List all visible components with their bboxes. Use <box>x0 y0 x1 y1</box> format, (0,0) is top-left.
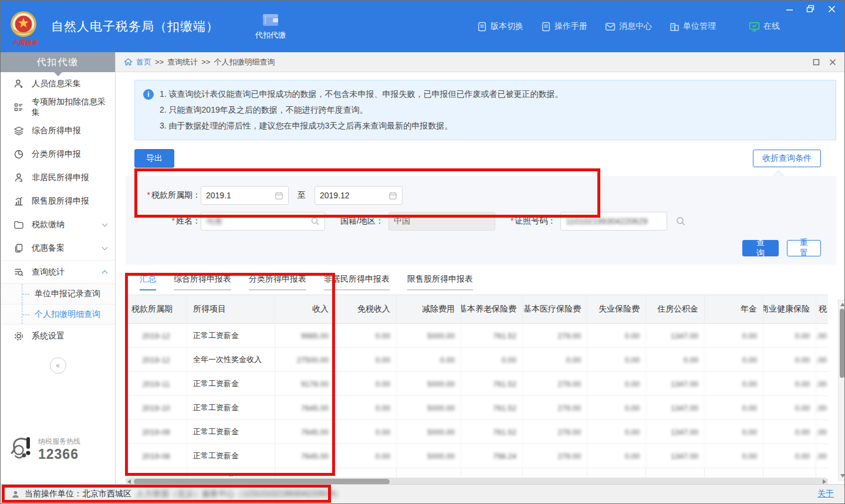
scroll-right-arrow-icon[interactable] <box>823 479 826 484</box>
search-icon <box>310 217 320 226</box>
table-cell: 1347.00 <box>646 396 705 420</box>
sidebar-item-label: 专项附加扣除信息采集 <box>32 97 107 118</box>
vertical-scrollbar-thumb[interactable] <box>840 309 844 378</box>
table-cell: 9178.00 <box>275 372 335 395</box>
query-filter-panel: *税款所属期： 2019.1 至 2019.1 <box>126 176 836 265</box>
collapse-query-conditions-button[interactable]: 收折查询条件 <box>753 150 821 167</box>
table-row[interactable]: 2019-12全年一次性奖金收入27500.000.000.000.000.00… <box>126 348 828 372</box>
tab-comprehensive-income[interactable]: 综合所得申报表 <box>174 274 231 290</box>
sidebar-item-tax-payment[interactable]: 税款缴纳 <box>1 213 115 236</box>
search-icon[interactable] <box>675 216 686 226</box>
breadcrumb-level2: 个人扣缴明细查询 <box>214 57 275 67</box>
sidebar-item-restricted-shares[interactable]: 限售股所得申报 <box>1 190 115 213</box>
export-button[interactable]: 导出 <box>134 149 174 168</box>
table-cell: 2019-08 <box>126 444 187 468</box>
sidebar-item-label: 优惠备案 <box>32 243 95 253</box>
online-status[interactable]: 在线 <box>749 21 780 32</box>
table-cell: 2019-12 <box>126 324 187 347</box>
form-list-icon <box>13 102 24 113</box>
menu-message-center[interactable]: 消息中心 <box>605 21 652 32</box>
table-cell: 全年一次性奖金收入 <box>187 348 275 371</box>
sidebar-item-label: 非居民所得申报 <box>32 172 107 183</box>
table-cell: 27500.00 <box>275 348 335 371</box>
period-from-input[interactable]: 2019.1 <box>201 186 289 205</box>
module-tab-daikoudaijiao[interactable]: 代扣代缴 <box>247 9 294 44</box>
tab-classified-income[interactable]: 分类所得申报表 <box>249 274 306 290</box>
chevron-down-icon <box>102 245 108 251</box>
menu-label: 单位管理 <box>683 21 716 32</box>
table-cell: 0.00 <box>587 348 646 371</box>
query-button[interactable]: 查询 <box>742 240 779 256</box>
scroll-left-arrow-icon[interactable] <box>127 479 131 484</box>
table-cell: 0.00 <box>335 348 397 371</box>
table-cell: 0.00 <box>587 324 646 347</box>
chevron-up-icon <box>102 270 108 276</box>
sidebar-item-label: 综合所得申报 <box>32 126 107 136</box>
pane-maximize-button[interactable] <box>813 59 820 66</box>
table-cell: 正常工资薪金 <box>187 444 275 468</box>
window-controls <box>785 4 836 13</box>
vertical-scrollbar[interactable] <box>838 300 844 481</box>
sidebar-header: 代扣代缴 <box>1 52 115 72</box>
sidebar-item-nonresident-income[interactable]: 非居民所得申报 <box>1 166 115 190</box>
about-link[interactable]: 关于 <box>817 489 834 499</box>
sidebar-item-label: 查询统计 <box>32 267 95 278</box>
sidebar-subitem-personal-withholding-query[interactable]: 个人扣缴明细查询 <box>1 304 115 324</box>
pane-close-button[interactable] <box>829 59 836 66</box>
id-number-input[interactable]: 110102199304220629 <box>560 212 667 231</box>
hotline-label: 纳税服务热线 <box>38 437 80 447</box>
id-number-value: 110102199304220629 <box>566 217 662 226</box>
reset-button[interactable]: 重置 <box>787 240 821 256</box>
table-header-cell: 收入 <box>275 295 335 323</box>
scroll-up-arrow-icon[interactable] <box>840 303 844 306</box>
table-row[interactable]: 2019-09正常工资薪金7645.000.005000.00761.52279… <box>126 420 828 444</box>
window-restore-button[interactable] <box>806 4 815 13</box>
table-cell: 279.00 <box>523 372 587 395</box>
breadcrumb-separator: >> <box>155 57 164 66</box>
menu-version-switch[interactable]: 版本切换 <box>477 21 523 32</box>
app-window: 中国税务 自然人电子税务局（扣缴端） 代扣代缴 版本切换 <box>0 0 845 504</box>
table-cell: 279.00 <box>523 324 587 347</box>
table-cell: 0.00 <box>763 396 816 420</box>
table-row[interactable]: 2019-08正常工资薪金7645.000.005000.00798.24279… <box>126 444 828 468</box>
table-row[interactable]: 2019-12正常工资薪金9985.000.005000.00761.52279… <box>126 324 828 348</box>
table-cell: 0.00 <box>646 348 705 371</box>
menu-unit-management[interactable]: 单位管理 <box>670 21 716 32</box>
sidebar-item-special-deduction[interactable]: 专项附加扣除信息采集 <box>1 96 115 119</box>
mail-icon <box>605 22 616 31</box>
table-row[interactable]: 2019-11正常工资薪金9178.000.005000.00761.52279… <box>126 372 828 396</box>
sidebar-item-preferential-filing[interactable]: 优惠备案 <box>1 236 115 260</box>
wallet-icon <box>262 12 279 28</box>
hotline-number: 12366 <box>38 447 80 462</box>
scroll-down-arrow-icon[interactable] <box>840 474 844 478</box>
breadcrumb-home-link[interactable]: 首页 <box>136 57 151 67</box>
sidebar-item-system-settings[interactable]: 系统设置 <box>1 324 115 348</box>
name-input[interactable]: 马某 <box>201 212 325 231</box>
tab-nonresident-income[interactable]: 非居民所得申报表 <box>324 274 390 290</box>
table-cell: 761.52 <box>461 324 523 347</box>
table-cell: 761.52 <box>461 420 523 444</box>
window-minimize-button[interactable] <box>785 4 794 13</box>
sidebar-item-query-statistics[interactable]: 查询统计 <box>1 260 115 283</box>
tab-restricted-shares[interactable]: 限售股所得申报表 <box>407 274 473 290</box>
sidebar-collapse-button[interactable]: « <box>50 357 66 374</box>
horizontal-scrollbar-thumb[interactable] <box>134 479 390 485</box>
window-close-button[interactable] <box>827 4 836 13</box>
menu-manual[interactable]: 操作手册 <box>541 21 587 32</box>
table-cell: 0.00 <box>335 324 397 347</box>
sidebar-item-comprehensive-income[interactable]: 综合所得申报 <box>1 119 115 143</box>
table-cell: 1347.00 <box>646 420 705 444</box>
nationality-input: 中国 <box>388 212 495 231</box>
sidebar-item-label: 税款缴纳 <box>32 219 95 230</box>
sidebar-subitem-unit-declaration-query[interactable]: 单位申报记录查询 <box>1 284 115 304</box>
hotline: 纳税服务热线 12366 <box>10 436 80 463</box>
sidebar-item-classified-income[interactable]: 分类所得申报 <box>1 143 115 166</box>
table-cell: 2019-10 <box>126 396 187 420</box>
table-cell: 正常工资薪金 <box>187 372 275 395</box>
titlebar: 中国税务 自然人电子税务局（扣缴端） 代扣代缴 版本切换 <box>1 1 844 52</box>
table-cell: 5000.00 <box>397 372 461 395</box>
period-label: *税款所属期： <box>135 190 201 201</box>
table-row[interactable]: 2019-10正常工资薪金7645.000.005000.00761.52279… <box>126 396 828 420</box>
tab-summary[interactable]: 汇总 <box>140 274 156 290</box>
period-to-input[interactable]: 2019.12 <box>315 186 403 205</box>
